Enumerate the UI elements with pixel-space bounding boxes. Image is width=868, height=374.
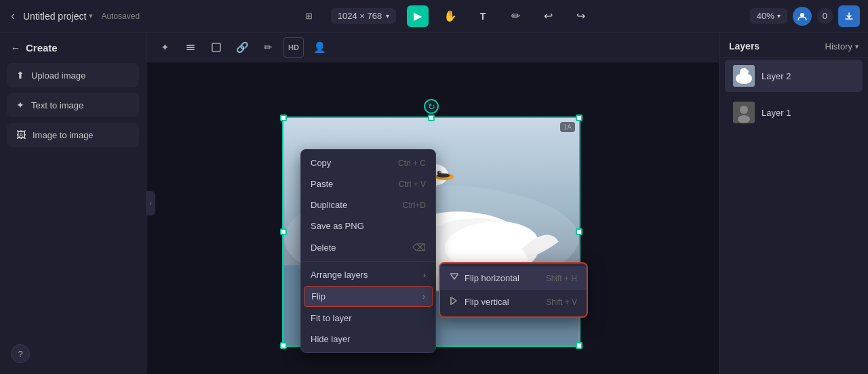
help-icon: ? [18, 349, 22, 359]
context-menu-copy[interactable]: Copy Ctrl + C [301, 152, 435, 173]
topbar: ‹ Untitled project ▾ Autosaved ⊞ 1024 × … [0, 0, 868, 33]
topbar-right: 40% ▾ 0 [750, 5, 860, 27]
frame-svg-icon [211, 42, 222, 53]
layer-2-thumb-svg [733, 65, 755, 87]
context-menu: Copy Ctrl + C Paste Ctrl + V Duplicate C… [300, 149, 436, 353]
sidebar-header: ← Create [0, 33, 146, 60]
copy-shortcut: Ctrl + C [398, 159, 426, 168]
svg-point-21 [745, 70, 749, 74]
download-button[interactable] [838, 5, 860, 27]
history-button[interactable]: History ▾ [825, 41, 859, 51]
resize-handle-mr[interactable] [576, 228, 583, 235]
frame-icon[interactable] [206, 37, 226, 58]
rotate-handle[interactable]: ↻ [424, 99, 439, 114]
zoom-chevron-icon: ▾ [777, 12, 781, 20]
upload-image-label: Upload image [31, 70, 85, 81]
hand-tool-button[interactable]: ✋ [439, 5, 461, 27]
flip-vertical-left: Flip vertical [450, 296, 509, 308]
resize-handle-tr[interactable] [576, 115, 583, 121]
layers-header: Layers History ▾ [719, 33, 868, 58]
copy-label: Copy [311, 158, 331, 168]
paste-shortcut: Ctrl + V [399, 180, 426, 189]
layer-1-thumbnail [733, 102, 755, 123]
canvas-content[interactable]: 1A ↻ Copy Ctrl + C [146, 62, 719, 374]
context-menu-hide-layer[interactable]: Hide layer [301, 329, 435, 350]
svg-point-23 [740, 106, 748, 114]
paste-label: Paste [311, 179, 333, 189]
svg-point-24 [738, 115, 750, 123]
resize-handle-br[interactable] [576, 342, 583, 349]
svg-rect-2 [186, 47, 195, 48]
text-tool-button[interactable]: T [472, 5, 494, 27]
context-menu-delete[interactable]: Delete ⌫ [301, 236, 435, 258]
user-avatar[interactable] [793, 7, 812, 26]
context-menu-save-png[interactable]: Save as PNG [301, 215, 435, 236]
flip-h-svg [450, 272, 459, 282]
layers-svg-icon [185, 42, 196, 53]
layer-1-thumb-svg [733, 102, 755, 123]
user-icon [797, 12, 807, 21]
flip-label: Flip [311, 291, 326, 302]
notifications-count[interactable]: 0 [817, 8, 833, 24]
layers-icon[interactable] [180, 37, 201, 58]
link-icon[interactable]: 🔗 [232, 37, 252, 58]
svg-point-14 [437, 171, 441, 175]
sidebar-collapse-button[interactable]: ‹ [146, 191, 155, 215]
layer-2-name: Layer 2 [762, 71, 791, 81]
flip-vertical-icon [450, 296, 459, 308]
flip-vertical-label: Flip vertical [465, 297, 509, 307]
edit-icon[interactable]: ✏ [258, 37, 278, 58]
flip-horizontal-shortcut: Shift + H [546, 274, 577, 283]
text-to-image-icon: ✦ [16, 100, 24, 110]
layer-1-name: Layer 1 [762, 108, 791, 118]
delete-label: Delete [311, 243, 336, 253]
history-label: History [825, 41, 852, 51]
save-png-label: Save as PNG [311, 221, 364, 231]
flip-horizontal-label: Flip horizontal [465, 273, 519, 283]
upload-image-button[interactable]: ⬆ Upload image [7, 63, 139, 87]
svg-point-15 [439, 171, 441, 173]
project-chevron-icon: ▾ [89, 12, 93, 20]
create-label: Create [26, 42, 58, 54]
resize-handle-tl[interactable] [280, 115, 287, 121]
context-menu-fit-to-layer[interactable]: Fit to layer [301, 308, 435, 329]
undo-button[interactable]: ↩ [537, 5, 559, 27]
text-to-image-button[interactable]: ✦ Text to image [7, 93, 139, 117]
help-button[interactable]: ? [11, 344, 30, 363]
history-chevron-icon: ▾ [855, 43, 859, 50]
resize-handle-tm[interactable] [428, 115, 435, 121]
canvas-toolbar: ✦ 🔗 ✏ HD 👤 [146, 33, 719, 62]
context-menu-flip[interactable]: Flip › [304, 286, 433, 307]
hd-toggle[interactable]: HD [283, 37, 304, 58]
people-icon[interactable]: 👤 [309, 37, 330, 58]
flip-horizontal-item[interactable]: Flip horizontal Shift + H [440, 266, 587, 290]
magic-tool-icon[interactable]: ✦ [155, 37, 175, 58]
autosaved-label: Autosaved [101, 12, 140, 21]
layer-item-1[interactable]: Layer 1 [725, 96, 863, 129]
canvas-size-selector[interactable]: 1024 × 768 ▾ [331, 8, 396, 24]
layer-item-2[interactable]: Layer 2 [725, 60, 863, 92]
arrange-layers-arrow-icon: › [423, 270, 426, 280]
flip-arrow-icon: › [422, 292, 425, 302]
flip-vertical-item[interactable]: Flip vertical Shift + V [440, 290, 587, 314]
svg-rect-3 [186, 49, 195, 50]
layer-2-thumbnail [733, 65, 755, 87]
right-sidebar: Layers History ▾ Layer 2 [719, 33, 868, 374]
context-menu-duplicate[interactable]: Duplicate Ctrl+D [301, 194, 435, 215]
back-button[interactable]: ‹ [8, 6, 18, 26]
left-sidebar: ← Create ⬆ Upload image ✦ Text to image … [0, 33, 146, 374]
resize-handle-bl[interactable] [280, 342, 287, 349]
layers-title: Layers [729, 41, 760, 51]
pen-tool-button[interactable]: ✏ [505, 5, 526, 27]
arrange-layers-label: Arrange layers [311, 270, 368, 280]
play-tool-button[interactable]: ▶ [407, 5, 429, 27]
project-name[interactable]: Untitled project ▾ [23, 11, 93, 22]
context-menu-paste[interactable]: Paste Ctrl + V [301, 173, 435, 194]
image-to-image-button[interactable]: 🖼 Image to image [7, 123, 139, 147]
resize-handle-ml[interactable] [280, 228, 287, 235]
image-to-image-label: Image to image [33, 130, 94, 140]
context-menu-arrange-layers[interactable]: Arrange layers › [301, 264, 435, 285]
redo-button[interactable]: ↪ [570, 5, 591, 27]
zoom-control[interactable]: 40% ▾ [750, 8, 787, 24]
flip-submenu: Flip horizontal Shift + H Flip vertical [439, 262, 588, 318]
